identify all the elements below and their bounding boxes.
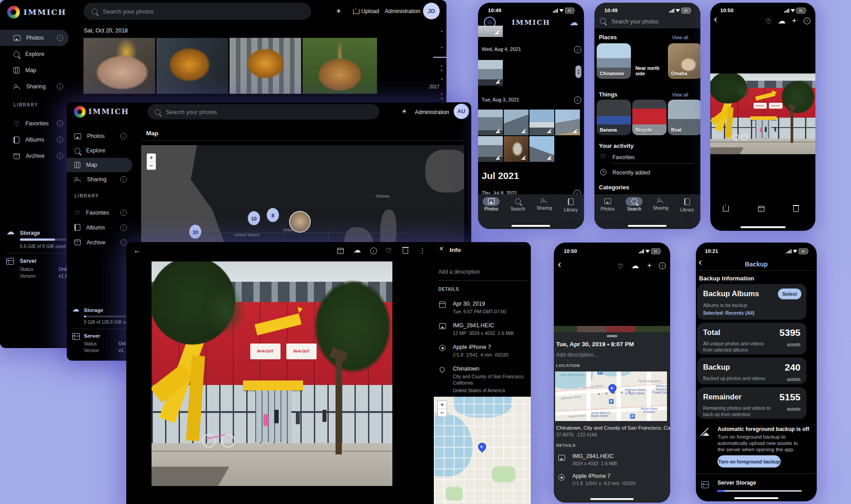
photo-thumbnail[interactable]: [504, 110, 529, 135]
zoom-out-button[interactable]: −: [438, 409, 446, 417]
add-icon[interactable]: [647, 261, 652, 269]
nav-photos[interactable]: Photos: [478, 198, 504, 211]
home-indicator[interactable]: [628, 225, 667, 227]
photo-thumbnail[interactable]: [529, 136, 554, 162]
place-card[interactable]: Near north side: [632, 43, 667, 79]
nav-library[interactable]: Library: [558, 198, 584, 212]
map-cluster-marker[interactable]: 10: [248, 211, 260, 225]
description-input[interactable]: Add description...: [556, 352, 598, 358]
place-card[interactable]: Chinatown: [597, 43, 631, 79]
more-options-icon[interactable]: [419, 247, 426, 254]
upload-cloud-icon[interactable]: [778, 16, 786, 26]
photo-thumbnail[interactable]: [83, 38, 155, 94]
home-indicator[interactable]: [590, 498, 634, 500]
upload-icon[interactable]: [353, 9, 359, 14]
photo-thumbnail[interactable]: [504, 136, 529, 162]
upload-cloud-icon[interactable]: [631, 261, 639, 270]
sidebar-item-sharing[interactable]: Sharing: [67, 172, 132, 187]
sidebar-item-explore[interactable]: Explore: [67, 143, 132, 158]
photo-viewer-image[interactable]: IN-N-OUT IN-N-OUT: [152, 261, 392, 486]
zoom-in-button[interactable]: +: [438, 401, 446, 409]
sheet-drag-handle[interactable]: [607, 335, 617, 337]
info-map[interactable]: +− Leaflet | © OpenStreetMap: [434, 397, 531, 504]
map-zoom-control[interactable]: +−: [437, 400, 447, 417]
administration-link[interactable]: Administration: [415, 109, 449, 115]
location-map[interactable]: Hyde Street Harbor Jefferson Street Jeff…: [555, 371, 667, 421]
sidebar-item-explore[interactable]: Explore: [0, 46, 69, 62]
archive-icon[interactable]: [758, 206, 764, 212]
photo-thumbnail[interactable]: [478, 26, 503, 37]
sidebar-item-albums[interactable]: Albums: [0, 132, 69, 148]
search-input[interactable]: Search your photos: [83, 3, 311, 20]
map-cluster-marker[interactable]: 8: [267, 208, 279, 222]
photo-thumbnail[interactable]: [478, 110, 503, 135]
search-input[interactable]: Search your photos: [147, 104, 379, 119]
map-photo-marker[interactable]: [289, 211, 311, 233]
sidebar-item-sharing[interactable]: Sharing: [0, 78, 69, 95]
sidebar-item-photos[interactable]: Photos: [67, 129, 132, 143]
thing-card[interactable]: Banana: [597, 100, 631, 135]
close-icon[interactable]: [439, 245, 443, 252]
zoom-out-button[interactable]: −: [147, 162, 156, 170]
map-zoom-control[interactable]: +−: [147, 153, 156, 170]
favorite-icon[interactable]: [386, 247, 391, 254]
select-group-icon[interactable]: [574, 96, 581, 104]
map-cluster-marker[interactable]: 10: [189, 225, 202, 239]
timeline-scrubber[interactable]: [575, 65, 581, 78]
info-icon[interactable]: [659, 262, 666, 269]
activity-recently-added[interactable]: Recently added: [612, 170, 650, 176]
photo-thumbnail[interactable]: [230, 38, 301, 94]
home-indicator[interactable]: [734, 497, 778, 499]
select-button[interactable]: Select: [778, 289, 801, 299]
place-card[interactable]: Omaha: [668, 43, 700, 79]
sidebar-item-map[interactable]: Map: [0, 62, 69, 78]
home-indicator[interactable]: [741, 226, 786, 228]
share-icon[interactable]: [723, 206, 729, 211]
photo-thumbnail[interactable]: [303, 38, 377, 94]
photo-viewer-image[interactable]: IN-N-OUT IN-N-OUT: [710, 73, 815, 154]
nav-search[interactable]: Search: [505, 198, 530, 211]
favorite-icon[interactable]: [617, 263, 623, 270]
theme-toggle-icon[interactable]: [401, 108, 407, 115]
theme-toggle-icon[interactable]: [336, 8, 341, 14]
back-icon[interactable]: [714, 14, 717, 24]
detail-row-location[interactable]: Chinatown City and County of San Francis…: [439, 366, 525, 394]
timeline-scrubber-handle[interactable]: [433, 57, 446, 58]
photo-sliver[interactable]: [554, 326, 670, 332]
info-icon[interactable]: [804, 18, 810, 24]
nav-photos[interactable]: Photos: [595, 198, 620, 211]
upload-button[interactable]: Upload: [361, 8, 379, 14]
back-icon[interactable]: [558, 260, 561, 270]
photo-thumbnail[interactable]: [156, 38, 228, 94]
trash-icon[interactable]: [793, 206, 799, 212]
avatar[interactable]: AU: [454, 104, 469, 119]
home-indicator[interactable]: [511, 225, 550, 227]
favorite-icon[interactable]: [765, 18, 771, 25]
photo-thumbnail[interactable]: [478, 136, 503, 162]
info-icon[interactable]: [370, 247, 377, 254]
photo-thumbnail[interactable]: [555, 110, 580, 135]
sidebar-item-favorites[interactable]: Favorites: [67, 205, 132, 220]
sidebar-item-archive[interactable]: Archive: [67, 235, 132, 250]
backup-cloud-icon[interactable]: [570, 17, 578, 27]
trash-icon[interactable]: [403, 248, 408, 254]
sidebar-item-photos[interactable]: Photos: [0, 30, 69, 46]
download-cloud-icon[interactable]: [354, 247, 361, 254]
nav-sharing[interactable]: Sharing: [648, 198, 673, 211]
places-view-all[interactable]: View all: [672, 35, 688, 40]
administration-link[interactable]: Administration: [385, 8, 420, 14]
search-input[interactable]: Search your photos: [612, 18, 658, 25]
turn-on-backup-button[interactable]: Turn on foreground backup: [718, 455, 781, 467]
photo-thumbnail[interactable]: [478, 60, 503, 86]
activity-favorites[interactable]: Favorites: [612, 154, 635, 160]
zoom-in-button[interactable]: +: [147, 154, 156, 162]
photo-thumbnail[interactable]: [529, 110, 554, 135]
archive-icon[interactable]: [337, 248, 344, 254]
sidebar-item-archive[interactable]: Archive: [0, 148, 69, 164]
sidebar-item-albums[interactable]: Albums: [67, 220, 132, 235]
nav-search[interactable]: Search: [621, 198, 647, 211]
back-icon[interactable]: [133, 247, 141, 254]
select-group-icon[interactable]: [574, 46, 581, 53]
thing-card[interactable]: Boat: [668, 100, 700, 135]
avatar[interactable]: JD: [423, 3, 440, 19]
